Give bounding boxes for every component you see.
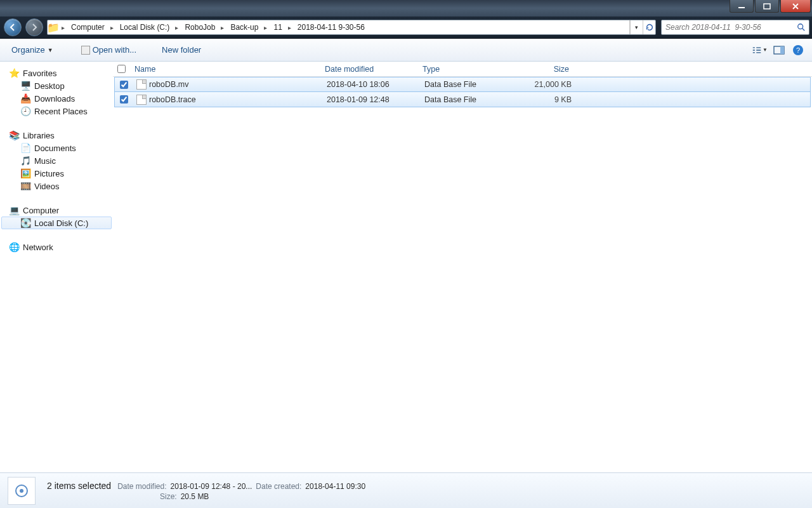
- breadcrumb[interactable]: Local Disk (C:): [116, 20, 173, 34]
- sidebar-label: Favorites: [23, 69, 56, 78]
- sidebar-head-libraries[interactable]: 📚Libraries: [1, 129, 112, 142]
- documents-icon: 📄: [20, 143, 30, 153]
- videos-icon: 🎞️: [20, 181, 30, 191]
- help-button[interactable]: ?: [790, 43, 806, 58]
- sidebar-label: Computer: [23, 206, 59, 215]
- file-name: roboDB.trace: [149, 95, 196, 104]
- column-header-date[interactable]: Date modified: [321, 62, 419, 76]
- sidebar-item-documents[interactable]: 📄Documents: [1, 142, 112, 154]
- libraries-icon: 📚: [9, 130, 19, 140]
- sidebar-item-pictures[interactable]: 🖼️Pictures: [1, 167, 112, 180]
- chevron-right-icon[interactable]: ▸: [108, 24, 116, 31]
- refresh-button[interactable]: [643, 20, 655, 34]
- breadcrumb[interactable]: RoboJob: [181, 20, 218, 34]
- breadcrumb[interactable]: 2018-04-11 9-30-56: [294, 20, 368, 34]
- date-created-value: 2018-04-11 09:30: [305, 482, 365, 491]
- sidebar-item-local-disk[interactable]: 💽Local Disk (C:): [1, 217, 112, 229]
- column-headers: Name Date modified Type Size: [113, 62, 812, 77]
- sidebar-head-favorites[interactable]: ⭐Favorites: [1, 67, 112, 79]
- recent-icon: 🕘: [20, 106, 30, 116]
- file-date: 2018-01-09 12:48: [327, 95, 390, 104]
- breadcrumb[interactable]: Computer: [67, 20, 108, 34]
- row-checkbox[interactable]: [120, 95, 128, 104]
- pictures-icon: 🖼️: [20, 168, 30, 178]
- column-header-checkbox[interactable]: [113, 62, 131, 76]
- new-folder-button[interactable]: New folder: [157, 43, 206, 57]
- svg-text:?: ?: [796, 46, 800, 54]
- chevron-right-icon[interactable]: ▸: [59, 24, 67, 31]
- minimize-button[interactable]: [730, 0, 754, 13]
- close-button[interactable]: [780, 0, 811, 13]
- sidebar-head-network[interactable]: 🌐Network: [1, 241, 112, 253]
- selection-thumbnail: [8, 477, 36, 505]
- file-list: Name Date modified Type Size roboDB.mv 2…: [113, 62, 812, 472]
- chevron-right-icon[interactable]: ▸: [173, 24, 181, 31]
- preview-pane-button[interactable]: [771, 43, 787, 58]
- file-icon: [136, 79, 147, 90]
- network-icon: 🌐: [9, 242, 19, 252]
- search-input[interactable]: [662, 23, 794, 32]
- music-icon: 🎵: [20, 156, 30, 166]
- new-folder-label: New folder: [162, 45, 201, 55]
- breadcrumb[interactable]: 11: [270, 20, 285, 34]
- date-created-label: Date created:: [256, 482, 301, 491]
- column-label: Name: [134, 65, 155, 74]
- size-value: 20.5 MB: [181, 492, 209, 501]
- search-icon[interactable]: [794, 23, 809, 32]
- desktop-icon: 🖥️: [20, 81, 30, 91]
- file-size: 9 KB: [554, 95, 572, 104]
- navigation-pane: ⭐Favorites 🖥️Desktop 📥Downloads 🕘Recent …: [0, 62, 113, 472]
- svg-rect-0: [738, 7, 745, 8]
- date-modified-value: 2018-01-09 12:48 - 20...: [171, 482, 252, 491]
- sidebar-item-downloads[interactable]: 📥Downloads: [1, 92, 112, 105]
- file-type: Data Base File: [424, 95, 476, 104]
- chevron-right-icon[interactable]: ▸: [218, 24, 226, 31]
- navigation-bar: 📁 ▸ Computer▸ Local Disk (C:)▸ RoboJob▸ …: [0, 17, 812, 39]
- sidebar-item-label: Desktop: [34, 81, 65, 91]
- forward-button[interactable]: [25, 18, 43, 36]
- sidebar-item-label: Recent Places: [34, 107, 88, 116]
- file-date: 2018-04-10 18:06: [327, 80, 390, 89]
- details-pane: 2 items selected Date modified: 2018-01-…: [0, 472, 812, 508]
- window-titlebar: [0, 0, 812, 17]
- view-options-button[interactable]: ▼: [752, 43, 768, 58]
- maximize-button[interactable]: [755, 0, 779, 13]
- select-all-checkbox[interactable]: [117, 65, 126, 73]
- chevron-right-icon[interactable]: ▸: [285, 24, 294, 31]
- chevron-right-icon[interactable]: ▸: [261, 24, 270, 31]
- address-bar[interactable]: 📁 ▸ Computer▸ Local Disk (C:)▸ RoboJob▸ …: [47, 20, 656, 35]
- column-label: Date modified: [325, 65, 374, 74]
- sidebar-item-music[interactable]: 🎵Music: [1, 154, 112, 167]
- column-header-name[interactable]: Name: [131, 62, 321, 76]
- sidebar-item-label: Local Disk (C:): [34, 218, 88, 228]
- open-with-label: Open with...: [93, 45, 136, 55]
- folder-icon: 📁: [48, 22, 59, 34]
- sidebar-label: Network: [23, 243, 53, 252]
- organize-button[interactable]: Organize▼: [6, 43, 58, 57]
- column-header-size[interactable]: Size: [513, 62, 573, 76]
- drive-icon: 💽: [20, 218, 30, 228]
- command-bar: Organize▼ Open with... New folder ▼ ?: [0, 39, 812, 62]
- search-box[interactable]: [661, 20, 809, 35]
- open-with-button[interactable]: Open with...: [76, 43, 141, 57]
- column-header-type[interactable]: Type: [419, 62, 513, 76]
- svg-point-8: [20, 489, 23, 493]
- size-label: Size:: [160, 492, 177, 501]
- file-row[interactable]: roboDB.trace 2018-01-09 12:48 Data Base …: [114, 92, 811, 107]
- sidebar-item-videos[interactable]: 🎞️Videos: [1, 180, 112, 192]
- sidebar-item-recent[interactable]: 🕘Recent Places: [1, 105, 112, 117]
- history-dropdown[interactable]: ▾: [630, 20, 643, 34]
- sidebar-item-desktop[interactable]: 🖥️Desktop: [1, 79, 112, 92]
- sidebar-item-label: Downloads: [34, 94, 75, 104]
- back-button[interactable]: [4, 18, 22, 36]
- app-icon: [81, 46, 90, 55]
- file-icon: [136, 95, 147, 105]
- file-row[interactable]: roboDB.mv 2018-04-10 18:06 Data Base Fil…: [114, 77, 811, 92]
- sidebar-item-label: Documents: [34, 144, 76, 153]
- computer-icon: 💻: [9, 205, 19, 215]
- row-checkbox[interactable]: [120, 81, 128, 89]
- sidebar-label: Libraries: [23, 131, 55, 140]
- sidebar-head-computer[interactable]: 💻Computer: [1, 204, 112, 217]
- breadcrumb[interactable]: Back-up: [226, 20, 261, 34]
- sidebar-item-label: Music: [34, 156, 56, 166]
